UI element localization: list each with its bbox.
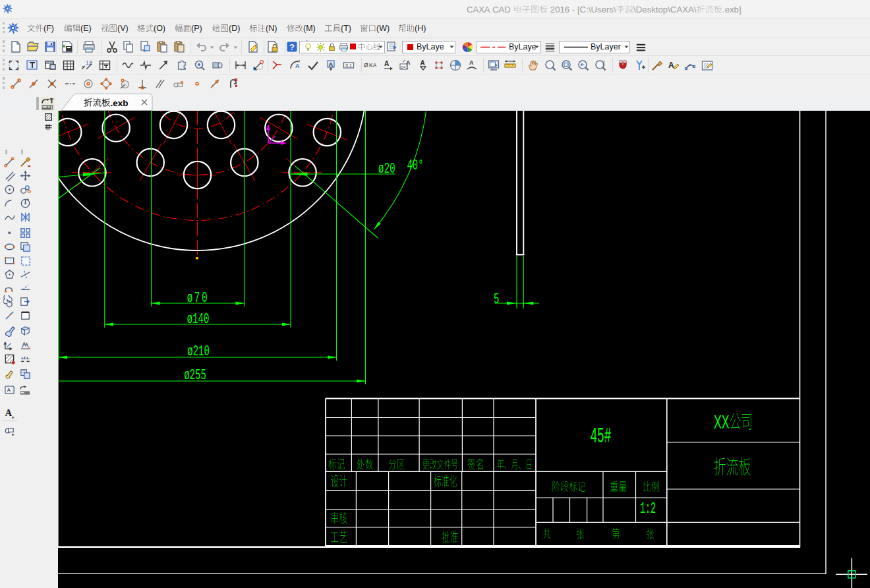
- svg-text:A: A: [469, 59, 474, 66]
- svg-text:(H): (H): [415, 24, 426, 33]
- svg-text:(D): (D): [229, 24, 240, 33]
- svg-text:(O): (O): [154, 24, 165, 33]
- svg-text:2016 - [C:\Users\: 2016 - [C:\Users\: [548, 5, 616, 15]
- svg-text:A: A: [406, 59, 411, 66]
- svg-text:A: A: [329, 61, 334, 68]
- svg-text:KA: KA: [369, 62, 376, 69]
- svg-text:Ø: Ø: [364, 62, 368, 69]
- svg-text:ø255: ø255: [184, 367, 206, 383]
- svg-text:5: 5: [494, 291, 499, 307]
- svg-text:ø140: ø140: [187, 310, 210, 327]
- svg-text:A: A: [668, 61, 674, 70]
- svg-text:(M): (M): [303, 24, 316, 33]
- svg-text:1:2: 1:2: [640, 499, 656, 517]
- svg-text:ByLaye: ByLaye: [417, 42, 444, 51]
- svg-text:(N): (N): [266, 24, 277, 33]
- svg-text:A: A: [420, 59, 424, 67]
- svg-text:ø20: ø20: [378, 161, 395, 177]
- svg-text:(V): (V): [117, 24, 129, 33]
- svg-text:(F): (F): [44, 24, 54, 33]
- svg-text:?: ?: [289, 42, 295, 52]
- svg-text:.exb]: .exb]: [722, 5, 741, 15]
- svg-text:(P): (P): [191, 24, 202, 33]
- svg-text:(E): (E): [80, 24, 92, 33]
- svg-text:45#: 45#: [590, 424, 611, 448]
- svg-text:\Desktop\CAXA\: \Desktop\CAXA\: [633, 5, 697, 15]
- svg-text:(W): (W): [376, 24, 390, 33]
- svg-text:ø70: ø70: [187, 289, 210, 306]
- svg-text:XX: XX: [714, 411, 730, 433]
- svg-text:A: A: [5, 407, 13, 418]
- svg-text:CAXA CAD: CAXA CAD: [467, 5, 513, 15]
- svg-text:ø210: ø210: [187, 343, 210, 360]
- svg-text:0.1: 0.1: [345, 63, 352, 68]
- svg-text:(T): (T): [341, 24, 351, 33]
- svg-text:.exb: .exb: [111, 98, 129, 108]
- svg-text:A: A: [295, 63, 300, 69]
- svg-text:A: A: [384, 60, 389, 67]
- svg-text:ByLayer: ByLayer: [591, 42, 621, 51]
- svg-text:ByLaye: ByLaye: [509, 42, 536, 51]
